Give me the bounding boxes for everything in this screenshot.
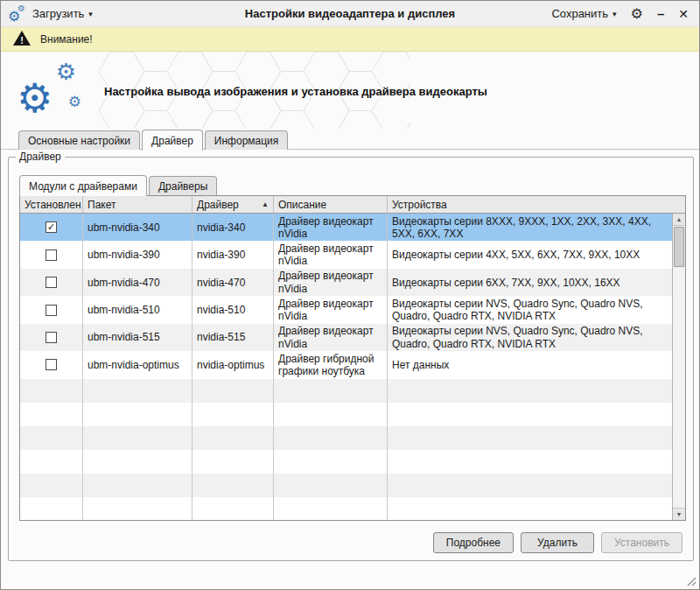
load-label: Загрузить — [32, 7, 84, 20]
empty-cell — [20, 426, 83, 450]
table-header: Установлен Пакет Драйвер ▲ Описание Устр… — [20, 196, 685, 214]
delete-button[interactable]: Удалить — [521, 532, 594, 553]
tab-information[interactable]: Информация — [205, 130, 288, 150]
header-title: Настройка вывода изображения и установка… — [104, 85, 487, 98]
empty-cell — [274, 450, 388, 474]
empty-cell — [20, 450, 83, 474]
main-tabs: Основные настройки Драйвер Информация — [1, 129, 699, 150]
svg-text:!: ! — [20, 35, 24, 46]
cell-devices: Видеокарты серии 4XX, 5XX, 6XX, 7XX, 9XX… — [388, 241, 672, 268]
empty-cell — [20, 379, 83, 403]
gear-icon: ⚙ — [56, 60, 76, 83]
cell-driver: nvidia-optimus — [192, 351, 274, 378]
save-label: Сохранить — [551, 7, 608, 20]
cell-installed — [20, 324, 83, 351]
empty-cell — [192, 474, 274, 497]
warning-banner: ! Внимание! — [1, 27, 699, 52]
cell-devices: Видеокарты серии NVS, Quadro Sync, Quadr… — [388, 296, 672, 323]
installed-checkbox[interactable] — [46, 277, 57, 288]
column-header-installed[interactable]: Установлен — [20, 196, 83, 213]
table-row[interactable]: ubm-nvidia-optimusnvidia-optimusДрайвер … — [20, 351, 672, 378]
table-row-empty — [20, 474, 672, 497]
column-header-devices[interactable]: Устройства — [388, 196, 685, 213]
save-menu-button[interactable]: Сохранить ▾ — [551, 7, 616, 20]
cell-package: ubm-nvidia-515 — [83, 324, 192, 351]
action-buttons: Подробнее Удалить Установить — [433, 532, 682, 553]
installed-checkbox[interactable] — [46, 359, 57, 370]
chevron-down-icon: ▾ — [88, 10, 93, 18]
cell-devices: Видеокарты серии 8XXX, 9XXX, 1XX, 2XX, 3… — [388, 214, 672, 241]
table-row-empty — [20, 403, 672, 426]
table-row[interactable]: ✓ubm-nvidia-340nvidia-340Драйвер видеока… — [20, 214, 672, 241]
cell-package: ubm-nvidia-340 — [83, 214, 192, 241]
scroll-up-button[interactable]: ▲ — [673, 214, 685, 226]
column-header-package[interactable]: Пакет — [83, 196, 192, 213]
settings-gear-icon[interactable]: ⚙ — [631, 7, 643, 21]
cell-description: Драйвер видеокарт nVidia — [274, 241, 388, 268]
table-row[interactable]: ubm-nvidia-515nvidia-515Драйвер видеокар… — [20, 324, 672, 351]
minimize-button[interactable]: – — [657, 7, 664, 20]
cell-devices: Нет данных — [388, 351, 672, 378]
cell-description: Драйвер гибридной графики ноутбука — [274, 351, 388, 378]
empty-cell — [83, 497, 192, 520]
driver-groupbox: Драйвер Модули с драйверами Драйверы Уст… — [8, 157, 694, 561]
warning-icon: ! — [12, 30, 32, 49]
cell-installed — [20, 269, 83, 296]
resize-grip[interactable] — [685, 575, 696, 586]
empty-cell — [192, 403, 274, 426]
empty-cell — [192, 450, 274, 474]
cell-driver: nvidia-390 — [192, 241, 274, 268]
vertical-scrollbar[interactable]: ▲ ▼ — [672, 214, 685, 520]
cell-description: Драйвер видеокарт nVidia — [274, 214, 388, 241]
close-button[interactable]: ✕ — [678, 8, 689, 20]
cell-description: Драйвер видеокарт nVidia — [274, 324, 388, 351]
cell-driver: nvidia-515 — [192, 324, 274, 351]
empty-cell — [83, 379, 192, 403]
application-window: ⚙ ⚙ Загрузить ▾ Настройки видеоадаптера … — [0, 0, 700, 590]
tab-driver[interactable]: Драйвер — [142, 130, 203, 151]
driver-subtabs: Модули с драйверами Драйверы — [19, 172, 217, 195]
titlebar: ⚙ ⚙ Загрузить ▾ Настройки видеоадаптера … — [1, 1, 699, 27]
scrollbar-thumb[interactable] — [674, 227, 684, 267]
empty-cell — [83, 450, 192, 474]
installed-checkbox[interactable] — [46, 249, 57, 261]
subtab-driver-modules[interactable]: Модули с драйверами — [19, 175, 147, 196]
column-header-description[interactable]: Описание — [274, 196, 388, 213]
installed-checkbox[interactable]: ✓ — [46, 221, 57, 233]
cell-package: ubm-nvidia-390 — [83, 241, 192, 268]
subtab-drivers[interactable]: Драйверы — [149, 176, 217, 195]
tab-basic-settings[interactable]: Основные настройки — [18, 130, 140, 150]
chevron-down-icon: ▾ — [612, 10, 617, 18]
column-header-driver-label: Драйвер — [197, 199, 239, 211]
column-header-driver[interactable]: Драйвер ▲ — [192, 196, 274, 213]
empty-cell — [274, 497, 388, 520]
table-row[interactable]: ubm-nvidia-510nvidia-510Драйвер видеокар… — [20, 296, 672, 323]
installed-checkbox[interactable] — [46, 332, 57, 343]
empty-cell — [20, 497, 83, 520]
cell-description: Драйвер видеокарт nVidia — [274, 296, 388, 323]
install-button[interactable]: Установить — [601, 532, 682, 553]
empty-cell — [20, 403, 83, 426]
table-row-empty — [20, 497, 672, 520]
cell-package: ubm-nvidia-510 — [83, 296, 192, 323]
details-button[interactable]: Подробнее — [433, 532, 514, 553]
empty-cell — [388, 403, 672, 426]
empty-cell — [274, 379, 388, 403]
table-row[interactable]: ubm-nvidia-470nvidia-470Драйвер видеокар… — [20, 269, 672, 296]
installed-checkbox[interactable] — [46, 305, 57, 316]
empty-cell — [83, 474, 192, 497]
empty-cell — [192, 379, 274, 403]
table-row-empty — [20, 379, 672, 403]
load-menu-button[interactable]: Загрузить ▾ — [32, 7, 93, 20]
warning-text: Внимание! — [40, 33, 93, 46]
scroll-down-button[interactable]: ▼ — [673, 508, 685, 520]
cell-devices: Видеокарты серии NVS, Quadro Sync, Quadr… — [388, 324, 672, 351]
table-row-empty — [20, 450, 672, 474]
cell-installed: ✓ — [20, 214, 83, 241]
empty-cell — [192, 497, 274, 520]
cell-devices: Видеокарты серии 6XX, 7XX, 9XX, 10XX, 16… — [388, 269, 672, 296]
cell-installed — [20, 241, 83, 268]
sort-ascending-icon: ▲ — [258, 200, 269, 208]
table-row[interactable]: ubm-nvidia-390nvidia-390Драйвер видеокар… — [20, 241, 672, 268]
cell-installed — [20, 351, 83, 378]
